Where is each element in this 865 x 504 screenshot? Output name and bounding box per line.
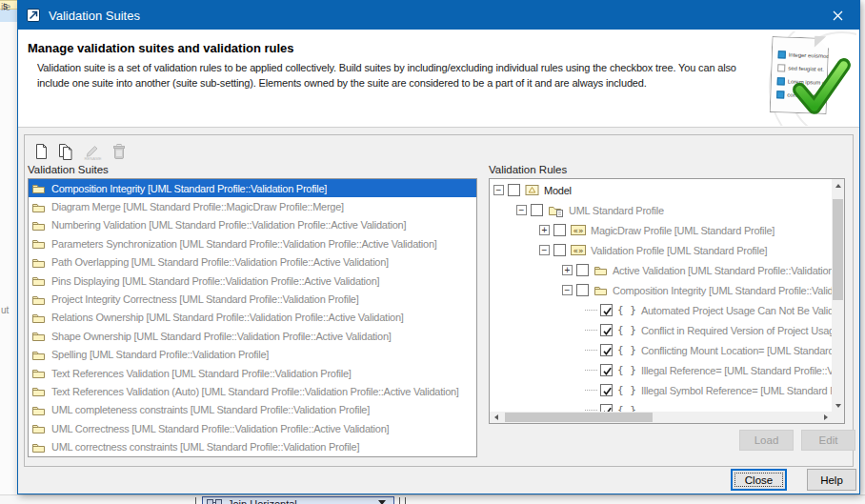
collapse-toggle-icon[interactable]: − — [562, 285, 573, 295]
suite-label: UML Correctness [UML Standard Profile::V… — [51, 423, 389, 434]
scroll-down-button[interactable] — [832, 399, 844, 412]
rule-checkbox-unchecked[interactable] — [576, 284, 589, 296]
constraint-braces-icon: { } — [617, 364, 636, 376]
suite-list-item[interactable]: UML Correctness [UML Standard Profile::V… — [29, 419, 476, 437]
join-horizontal-label: Join Horizontal — [228, 498, 297, 504]
rule-checkbox-checked[interactable] — [600, 304, 613, 316]
background-app-left-strip: ile ut s — [0, 0, 17, 504]
suite-list-item[interactable]: Text References Validation (Auto) [UML S… — [29, 382, 476, 400]
horizontal-scrollbar[interactable] — [490, 412, 832, 423]
suite-list-item[interactable]: Parameters Synchronization [UML Standard… — [29, 234, 476, 252]
green-checkmark-icon — [790, 56, 853, 119]
tree-node[interactable]: −Composition Integrity [UML Standard Pro… — [490, 280, 832, 300]
join-horizontal-combobox[interactable]: Join Horizontal — [202, 496, 394, 504]
folder-icon — [31, 330, 46, 342]
expand-toggle-icon[interactable]: + — [539, 225, 550, 235]
folder-icon — [31, 367, 46, 379]
suite-list-item[interactable]: Shape Ownership [UML Standard Profile::V… — [29, 327, 476, 345]
rule-checkbox-checked[interactable] — [600, 324, 613, 336]
tree-node[interactable]: { }Conflict in Required Version of Proje… — [490, 320, 832, 340]
tree-node[interactable]: { }Conflicting Mount Location= [UML Stan… — [490, 340, 832, 360]
background-text-fragment: s — [3, 1, 8, 11]
load-button-disabled[interactable]: Load — [739, 430, 794, 451]
close-dialog-button[interactable]: Close — [731, 469, 787, 491]
mini-checkbox-checked-icon — [777, 77, 785, 85]
tree-node[interactable]: { }Illegal Reference= [UML Standard Prof… — [490, 360, 832, 380]
background-app-bottom-strip: Join Horizontal — [0, 494, 865, 504]
suite-list-item[interactable]: UML correctness constraints [UML Standar… — [29, 437, 476, 455]
tree-node[interactable]: { }Automated Project Usage Can Not Be Va… — [490, 300, 832, 320]
edit-button-disabled[interactable]: Edit — [801, 430, 855, 451]
tree-node[interactable]: −«»Validation Profile [UML Standard Prof… — [490, 240, 832, 260]
tree-node[interactable]: { }Illegal Symbol Reference= [UML Standa… — [490, 380, 832, 400]
tree-node-label: Validation Profile [UML Standard Profile… — [591, 245, 767, 256]
validation-suites-list[interactable]: Composition Integrity [UML Standard Prof… — [28, 178, 477, 457]
close-button[interactable] — [816, 1, 859, 30]
help-button[interactable]: Help — [807, 469, 856, 491]
svg-text:«»: «» — [573, 246, 583, 255]
folder-icon — [31, 256, 46, 269]
vertical-scrollbar-thumb[interactable] — [833, 199, 843, 300]
rule-checkbox-checked[interactable] — [600, 344, 613, 356]
tree-connector-line — [585, 370, 597, 371]
app-window-icon — [26, 8, 41, 23]
tree-node-label: Model — [544, 185, 572, 196]
suite-label: Relations Ownership [UML Standard Profil… — [51, 312, 404, 323]
delete-suite-button-disabled[interactable] — [108, 140, 131, 163]
vertical-scrollbar[interactable] — [832, 179, 844, 412]
suite-list-item[interactable]: UML completeness constraints [UML Standa… — [29, 401, 476, 419]
suite-list-item[interactable]: Composition Integrity [UML Standard Prof… — [29, 179, 476, 197]
folder-icon — [31, 274, 46, 287]
rule-checkbox-unchecked[interactable] — [553, 244, 566, 256]
copy-document-icon — [57, 143, 74, 161]
suite-list-item[interactable]: Pins Displaying [UML Standard Profile::V… — [29, 272, 476, 290]
horizontal-scrollbar-thumb[interactable] — [505, 413, 653, 422]
dialog-title: Validation Suites — [49, 9, 140, 23]
suite-label: Text References Validation [UML Standard… — [51, 368, 352, 379]
suite-list-item[interactable]: Spelling [UML Standard Profile::Validati… — [29, 346, 476, 364]
suite-list-item[interactable]: Project Integrity Correctness [UML Stand… — [29, 290, 476, 308]
scroll-right-button[interactable] — [819, 412, 832, 423]
rule-checkbox-unchecked[interactable] — [531, 204, 543, 216]
collapse-toggle-icon[interactable]: − — [516, 205, 527, 215]
rule-checkbox-unchecked[interactable] — [553, 224, 566, 236]
validation-rules-tree[interactable]: −Model−UML Standard Profile+«»MagicDraw … — [490, 179, 832, 412]
rule-checkbox-checked[interactable] — [600, 384, 613, 396]
rule-checkbox-checked[interactable] — [600, 404, 613, 412]
rule-checkbox-unchecked[interactable] — [508, 184, 520, 196]
collapse-toggle-icon[interactable]: − — [493, 185, 504, 195]
tree-node[interactable]: +Active Validation [UML Standard Profile… — [490, 260, 832, 280]
tree-node-label: MagicDraw Profile [UML Standard Profile] — [591, 225, 774, 236]
suite-label: UML correctness constraints [UML Standar… — [51, 441, 359, 453]
constraint-braces-icon: { } — [617, 404, 636, 412]
folder-icon — [31, 312, 46, 324]
rule-checkbox-unchecked[interactable] — [576, 264, 589, 276]
new-suite-button[interactable] — [30, 140, 52, 163]
mini-checkbox-checked-icon — [776, 91, 784, 98]
toolbar-separator — [405, 497, 406, 504]
suite-list-item[interactable]: Path Overlapping [UML Standard Profile::… — [29, 253, 476, 272]
constraint-braces-icon: { } — [617, 344, 636, 356]
suite-list-item[interactable]: Numbering Validation [UML Standard Profi… — [29, 216, 476, 234]
suite-list-item[interactable]: Diagram Merge [UML Standard Profile::Mag… — [29, 197, 476, 215]
scroll-left-button[interactable] — [490, 412, 502, 423]
tree-node[interactable]: −Model — [490, 180, 832, 200]
suite-list-item[interactable]: Text References Validation [UML Standard… — [29, 364, 476, 382]
rule-checkbox-checked[interactable] — [600, 364, 613, 376]
chevron-down-icon[interactable] — [378, 500, 386, 504]
clone-suite-button[interactable] — [54, 140, 77, 163]
tree-node-label: Illegal Reference= [UML Standard Profile… — [641, 365, 832, 376]
collapse-toggle-icon[interactable]: − — [539, 245, 550, 255]
mini-checkbox-checked-icon — [778, 50, 786, 58]
scroll-up-button[interactable] — [832, 179, 844, 192]
tree-node[interactable]: −UML Standard Profile — [490, 200, 832, 220]
model-icon — [525, 184, 539, 196]
expand-toggle-icon[interactable]: + — [562, 265, 573, 275]
tree-connector-line — [585, 410, 597, 411]
tree-node[interactable]: +«»MagicDraw Profile [UML Standard Profi… — [490, 220, 832, 240]
suite-list-item[interactable]: Relations Ownership [UML Standard Profil… — [29, 309, 476, 327]
tree-node[interactable]: { } — [490, 400, 832, 412]
tree-connector-line — [585, 310, 597, 311]
edit-suite-button-disabled[interactable]: RENAME — [81, 140, 104, 163]
constraint-braces-icon: { } — [617, 304, 636, 316]
